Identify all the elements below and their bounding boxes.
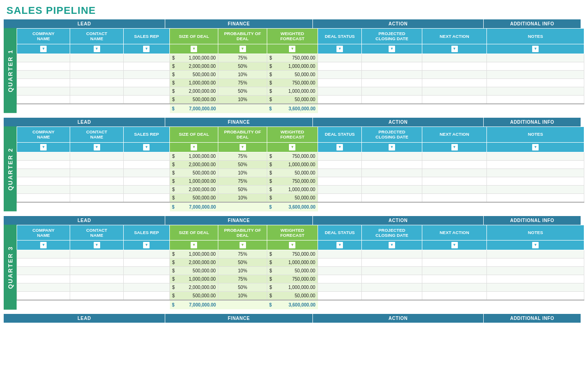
- deal-status-cell[interactable]: [318, 152, 362, 160]
- weighted-forecast-cell[interactable]: $750,000.00: [267, 78, 318, 87]
- contact-cell[interactable]: [70, 160, 123, 168]
- dropdown-arrow-4-q2[interactable]: ▼: [240, 144, 246, 150]
- probability-cell[interactable]: 50%: [218, 87, 267, 95]
- notes-cell[interactable]: [487, 259, 584, 267]
- dropdown-arrow-7-q2[interactable]: ▼: [389, 144, 395, 150]
- dropdown-arrow-3-q1[interactable]: ▼: [191, 46, 197, 52]
- contact-cell[interactable]: [70, 193, 123, 202]
- next-action-cell[interactable]: [422, 152, 486, 160]
- notes-cell[interactable]: [487, 87, 584, 95]
- next-action-cell[interactable]: [422, 283, 486, 292]
- size-of-deal-cell[interactable]: $2,000,000.00: [170, 283, 218, 292]
- salesrep-cell[interactable]: [123, 275, 169, 283]
- dropdown-cell-0-q3[interactable]: ▼: [17, 241, 70, 250]
- size-of-deal-cell[interactable]: $2,000,000.00: [170, 185, 218, 193]
- company-cell[interactable]: [17, 185, 70, 193]
- dropdown-arrow-8-q1[interactable]: ▼: [451, 46, 458, 52]
- company-cell[interactable]: [17, 267, 70, 275]
- notes-cell[interactable]: [487, 267, 584, 275]
- size-of-deal-cell[interactable]: $2,000,000.00: [170, 160, 218, 168]
- contact-cell[interactable]: [70, 95, 123, 104]
- company-cell[interactable]: [17, 95, 70, 104]
- notes-cell[interactable]: [487, 283, 584, 292]
- size-of-deal-cell[interactable]: $500,000.00: [170, 95, 218, 104]
- proj-closing-cell[interactable]: [362, 152, 422, 160]
- deal-status-cell[interactable]: [318, 95, 362, 104]
- dropdown-arrow-1-q3[interactable]: ▼: [94, 242, 100, 248]
- proj-closing-cell[interactable]: [362, 62, 422, 70]
- contact-cell[interactable]: [70, 78, 123, 87]
- dropdown-arrow-5-q2[interactable]: ▼: [289, 144, 295, 150]
- dropdown-arrow-7-q1[interactable]: ▼: [389, 46, 395, 52]
- dropdown-arrow-9-q3[interactable]: ▼: [532, 242, 539, 248]
- proj-closing-cell[interactable]: [362, 95, 422, 104]
- dropdown-cell-9-q1[interactable]: ▼: [487, 44, 584, 54]
- next-action-cell[interactable]: [422, 250, 486, 259]
- weighted-forecast-cell[interactable]: $50,000.00: [267, 292, 318, 301]
- size-of-deal-cell[interactable]: $1,000,000.00: [170, 250, 218, 259]
- contact-cell[interactable]: [70, 62, 123, 70]
- weighted-forecast-cell[interactable]: $1,000,000.00: [267, 160, 318, 168]
- proj-closing-cell[interactable]: [362, 70, 422, 78]
- dropdown-cell-9-q2[interactable]: ▼: [487, 142, 584, 152]
- proj-closing-cell[interactable]: [362, 185, 422, 193]
- salesrep-cell[interactable]: [123, 54, 169, 62]
- contact-cell[interactable]: [70, 275, 123, 283]
- dropdown-cell-5-q2[interactable]: ▼: [267, 142, 318, 152]
- deal-status-cell[interactable]: [318, 250, 362, 259]
- notes-cell[interactable]: [487, 70, 584, 78]
- next-action-cell[interactable]: [422, 193, 486, 202]
- company-cell[interactable]: [17, 250, 70, 259]
- deal-status-cell[interactable]: [318, 160, 362, 168]
- contact-cell[interactable]: [70, 283, 123, 292]
- dropdown-cell-8-q3[interactable]: ▼: [422, 241, 486, 250]
- weighted-forecast-cell[interactable]: $1,000,000.00: [267, 87, 318, 95]
- dropdown-cell-2-q1[interactable]: ▼: [123, 44, 169, 54]
- dropdown-cell-8-q2[interactable]: ▼: [422, 142, 486, 152]
- salesrep-cell[interactable]: [123, 152, 169, 160]
- contact-cell[interactable]: [70, 54, 123, 62]
- weighted-forecast-cell[interactable]: $50,000.00: [267, 95, 318, 104]
- deal-status-cell[interactable]: [318, 87, 362, 95]
- next-action-cell[interactable]: [422, 160, 486, 168]
- contact-cell[interactable]: [70, 292, 123, 301]
- dropdown-arrow-0-q2[interactable]: ▼: [40, 144, 47, 150]
- contact-cell[interactable]: [70, 250, 123, 259]
- company-cell[interactable]: [17, 160, 70, 168]
- probability-cell[interactable]: 75%: [218, 250, 267, 259]
- company-cell[interactable]: [17, 168, 70, 177]
- salesrep-cell[interactable]: [123, 95, 169, 104]
- probability-cell[interactable]: 10%: [218, 193, 267, 202]
- probability-cell[interactable]: 75%: [218, 177, 267, 185]
- dropdown-cell-7-q3[interactable]: ▼: [362, 241, 422, 250]
- probability-cell[interactable]: 50%: [218, 62, 267, 70]
- dropdown-cell-1-q3[interactable]: ▼: [70, 241, 123, 250]
- deal-status-cell[interactable]: [318, 54, 362, 62]
- dropdown-cell-0-q1[interactable]: ▼: [17, 44, 70, 54]
- dropdown-arrow-9-q1[interactable]: ▼: [532, 46, 539, 52]
- contact-cell[interactable]: [70, 152, 123, 160]
- salesrep-cell[interactable]: [123, 177, 169, 185]
- weighted-forecast-cell[interactable]: $750,000.00: [267, 152, 318, 160]
- probability-cell[interactable]: 50%: [218, 160, 267, 168]
- probability-cell[interactable]: 75%: [218, 78, 267, 87]
- notes-cell[interactable]: [487, 95, 584, 104]
- proj-closing-cell[interactable]: [362, 54, 422, 62]
- dropdown-cell-1-q1[interactable]: ▼: [70, 44, 123, 54]
- notes-cell[interactable]: [487, 160, 584, 168]
- next-action-cell[interactable]: [422, 95, 486, 104]
- dropdown-arrow-3-q3[interactable]: ▼: [191, 242, 197, 248]
- dropdown-arrow-2-q2[interactable]: ▼: [143, 144, 150, 150]
- deal-status-cell[interactable]: [318, 185, 362, 193]
- company-cell[interactable]: [17, 292, 70, 301]
- next-action-cell[interactable]: [422, 259, 486, 267]
- weighted-forecast-cell[interactable]: $50,000.00: [267, 193, 318, 202]
- probability-cell[interactable]: 75%: [218, 54, 267, 62]
- proj-closing-cell[interactable]: [362, 250, 422, 259]
- size-of-deal-cell[interactable]: $2,000,000.00: [170, 87, 218, 95]
- proj-closing-cell[interactable]: [362, 168, 422, 177]
- next-action-cell[interactable]: [422, 267, 486, 275]
- dropdown-cell-5-q1[interactable]: ▼: [267, 44, 318, 54]
- contact-cell[interactable]: [70, 87, 123, 95]
- dropdown-cell-6-q3[interactable]: ▼: [318, 241, 362, 250]
